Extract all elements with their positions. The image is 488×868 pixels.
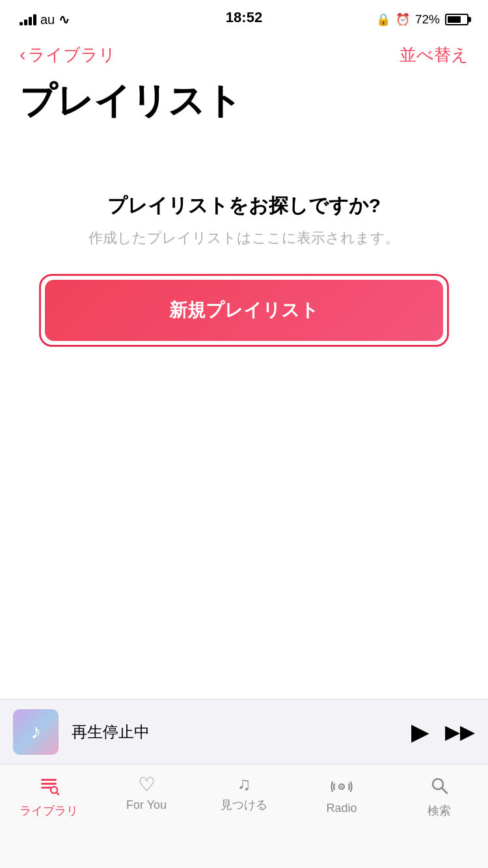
tab-for-you-label: For You <box>126 798 167 812</box>
mini-player-artwork: ♪ <box>13 709 59 755</box>
page-title: プレイリスト <box>20 81 468 121</box>
svg-rect-2 <box>41 787 51 789</box>
tab-search-label: 検索 <box>427 803 451 819</box>
empty-state-title: プレイリストをお探しですか? <box>107 193 381 219</box>
back-label: ライブラリ <box>28 44 116 66</box>
tab-radio-label: Radio <box>326 802 357 815</box>
music-note-icon: ♪ <box>31 720 41 744</box>
status-time: 18:52 <box>226 9 262 26</box>
svg-line-4 <box>57 793 59 794</box>
radio-icon <box>331 775 353 798</box>
new-playlist-wrapper: 新規プレイリスト <box>39 274 449 347</box>
heart-icon: ♡ <box>138 775 156 794</box>
status-right: 🔒 ⏰ 72% <box>376 12 468 27</box>
mini-player-status: 再生停止中 <box>72 722 398 742</box>
tab-browse[interactable]: ♫ 見つける <box>195 775 293 813</box>
lock-icon: 🔒 <box>376 12 390 27</box>
wifi-icon: ∿ <box>59 12 70 27</box>
play-button[interactable]: ▶ <box>411 718 429 746</box>
tab-for-you[interactable]: ♡ For You <box>98 775 195 812</box>
tab-bar: ライブラリ ♡ For You ♫ 見つける Radio <box>0 764 488 868</box>
tab-library[interactable]: ライブラリ <box>0 775 98 819</box>
mini-player-controls: ▶ ▶▶ <box>411 718 475 746</box>
svg-rect-1 <box>41 783 57 785</box>
sort-button[interactable]: 並べ替え <box>400 44 468 66</box>
library-icon <box>38 775 59 799</box>
new-playlist-button[interactable]: 新規プレイリスト <box>45 280 443 341</box>
status-left: au ∿ <box>20 12 70 27</box>
battery-percent: 72% <box>415 12 440 27</box>
empty-state-subtitle: 作成したプレイリストはここに表示されます。 <box>88 228 400 248</box>
carrier-label: au <box>40 12 55 27</box>
signal-icon <box>20 14 36 25</box>
page-title-container: プレイリスト <box>0 74 488 141</box>
alarm-icon: ⏰ <box>396 12 410 27</box>
tab-library-label: ライブラリ <box>20 803 78 819</box>
nav-bar: ‹ ライブラリ 並べ替え <box>0 35 488 74</box>
chevron-left-icon: ‹ <box>20 46 25 64</box>
tab-search[interactable]: 検索 <box>390 775 488 819</box>
svg-point-6 <box>341 786 343 788</box>
battery-icon <box>445 14 468 25</box>
tab-browse-label: 見つける <box>221 797 267 813</box>
mini-player: ♪ 再生停止中 ▶ ▶▶ <box>0 699 488 764</box>
back-button[interactable]: ‹ ライブラリ <box>20 44 116 66</box>
svg-rect-0 <box>41 779 57 781</box>
search-icon <box>429 775 450 799</box>
empty-state: プレイリストをお探しですか? 作成したプレイリストはここに表示されます。 新規プ… <box>0 141 488 373</box>
status-bar: au ∿ 18:52 🔒 ⏰ 72% <box>0 0 488 35</box>
fast-forward-button[interactable]: ▶▶ <box>445 720 475 743</box>
svg-line-8 <box>442 788 447 793</box>
music-note-tab-icon: ♫ <box>237 775 251 793</box>
tab-radio[interactable]: Radio <box>293 775 390 815</box>
